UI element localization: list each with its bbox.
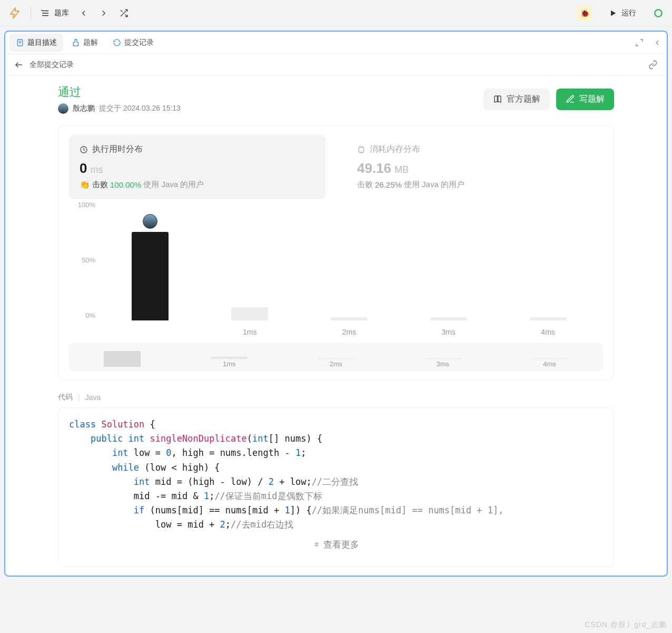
chart-bar bbox=[101, 204, 200, 320]
svg-rect-13 bbox=[359, 147, 363, 152]
chart-bar bbox=[300, 204, 399, 320]
toolbar-divider bbox=[31, 7, 31, 20]
sub-header: 全部提交记录 bbox=[5, 54, 667, 76]
submitted-prefix: 提交于 bbox=[99, 104, 121, 112]
memory-title: 消耗内存分布 bbox=[370, 144, 420, 155]
next-icon[interactable] bbox=[98, 8, 109, 18]
memory-beats-suffix: 使用 Java 的用户 bbox=[404, 180, 465, 190]
tab-description-label: 题目描述 bbox=[27, 38, 57, 47]
top-toolbar: 题库 🐞 运行 bbox=[0, 0, 672, 26]
main-panel: 题目描述 题解 提交记录 全部提交记录 通过 殷志鹏 提交于 2 bbox=[4, 31, 668, 577]
all-submissions-label: 全部提交记录 bbox=[29, 60, 74, 70]
chart-ytick: 100% bbox=[69, 201, 95, 209]
clap-icon: 👏 bbox=[80, 180, 90, 190]
chart-xtick bbox=[101, 328, 200, 336]
code-language: Java bbox=[85, 393, 101, 402]
collapse-icon[interactable] bbox=[652, 37, 663, 48]
code-header: 代码 | Java bbox=[58, 393, 614, 402]
tab-solution-label: 题解 bbox=[83, 38, 98, 47]
tab-description[interactable]: 题目描述 bbox=[9, 34, 63, 52]
status-row: 通过 殷志鹏 提交于 2024.03.26 15:13 官方题解 写题解 bbox=[58, 84, 614, 114]
prev-icon[interactable] bbox=[78, 8, 89, 18]
chart-xtick: 2ms bbox=[300, 328, 399, 336]
runtime-unit: ms bbox=[90, 164, 103, 176]
chart-bar bbox=[399, 204, 498, 320]
runtime-beats-prefix: 击败 bbox=[92, 180, 108, 190]
runtime-chart: 100%50%0% 1ms2ms3ms4ms bbox=[69, 204, 603, 336]
runtime-title: 执行用时分布 bbox=[92, 144, 143, 155]
svg-point-7 bbox=[655, 9, 662, 17]
runtime-beats-suffix: 使用 Java 的用户 bbox=[143, 180, 204, 190]
chart-bar bbox=[200, 204, 300, 320]
submitted-at: 2024.03.26 15:13 bbox=[123, 104, 181, 112]
official-solution-button[interactable]: 官方题解 bbox=[483, 89, 550, 110]
debug-badge-icon[interactable]: 🐞 bbox=[577, 6, 592, 21]
shuffle-icon[interactable] bbox=[118, 8, 129, 18]
run-label: 运行 bbox=[621, 8, 636, 18]
svg-line-5 bbox=[121, 10, 123, 12]
view-more-label: 查看更多 bbox=[323, 538, 359, 552]
status-pass: 通过 bbox=[58, 84, 181, 100]
library-label: 题库 bbox=[54, 8, 69, 18]
memory-unit: MB bbox=[394, 164, 409, 176]
avatar bbox=[58, 103, 68, 114]
chart-ytick: 50% bbox=[69, 256, 95, 264]
chart-xtick: 1ms bbox=[200, 328, 300, 336]
memory-beats-percent: 26.25% bbox=[375, 180, 402, 189]
app-logo bbox=[8, 7, 21, 20]
link-icon[interactable] bbox=[648, 60, 658, 70]
chart-xtick: 4ms bbox=[498, 328, 598, 336]
official-solution-label: 官方题解 bbox=[507, 94, 540, 105]
stats-card: 执行用时分布 0ms 👏 击败 100.00% 使用 Java 的用户 消耗内存… bbox=[58, 125, 614, 380]
memory-stat[interactable]: 消耗内存分布 49.16MB 击败 26.25% 使用 Java 的用户 bbox=[347, 134, 603, 199]
svg-marker-6 bbox=[611, 10, 616, 16]
tab-submissions-label: 提交记录 bbox=[124, 38, 154, 47]
back-arrow-icon[interactable] bbox=[14, 60, 24, 70]
runtime-value: 0 bbox=[80, 160, 87, 177]
tab-submissions[interactable]: 提交记录 bbox=[106, 34, 160, 52]
runtime-stat[interactable]: 执行用时分布 0ms 👏 击败 100.00% 使用 Java 的用户 bbox=[69, 134, 325, 199]
write-solution-button[interactable]: 写题解 bbox=[556, 89, 614, 110]
chart-minimap[interactable]: 1ms2ms3ms4ms bbox=[69, 343, 603, 371]
status-indicator-icon bbox=[653, 8, 664, 18]
tab-solution[interactable]: 题解 bbox=[65, 34, 104, 52]
expand-icon[interactable] bbox=[634, 37, 645, 48]
chart-marker-icon bbox=[143, 214, 157, 229]
code-header-label: 代码 bbox=[58, 393, 73, 402]
memory-beats-prefix: 击败 bbox=[357, 180, 373, 190]
list-icon[interactable]: 题库 bbox=[41, 8, 69, 18]
chart-ytick: 0% bbox=[69, 311, 95, 319]
author-name: 殷志鹏 bbox=[73, 104, 95, 113]
memory-value: 49.16 bbox=[357, 160, 391, 177]
tab-bar: 题目描述 题解 提交记录 bbox=[5, 32, 667, 54]
runtime-beats-percent: 100.00% bbox=[110, 180, 141, 189]
view-more-button[interactable]: 查看更多 bbox=[69, 532, 603, 557]
write-solution-label: 写题解 bbox=[579, 94, 605, 105]
run-button[interactable]: 运行 bbox=[601, 5, 644, 21]
code-block: class Solution { public int singleNonDup… bbox=[58, 407, 614, 567]
chart-bar bbox=[498, 204, 598, 320]
chart-xtick: 3ms bbox=[399, 328, 498, 336]
